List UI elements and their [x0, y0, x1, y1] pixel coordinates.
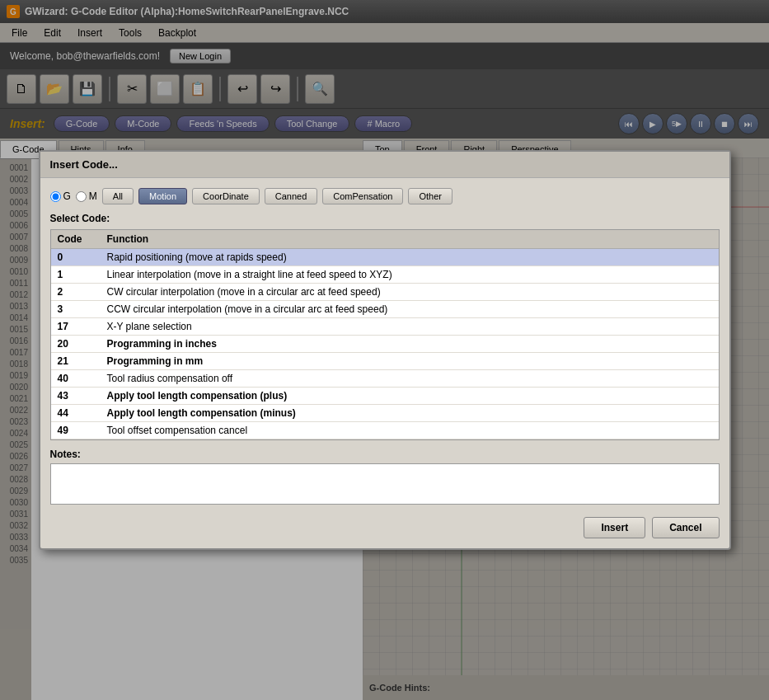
table-cell-code: 43	[51, 388, 101, 405]
col-function: Function	[101, 230, 719, 249]
code-table: Code Function 0Rapid positioning (move a…	[51, 230, 719, 439]
notes-label: Notes:	[50, 449, 720, 460]
table-cell-code: 3	[51, 301, 101, 318]
table-row[interactable]: 20Programming in inches	[51, 336, 719, 353]
table-cell-code: 49	[51, 422, 101, 439]
filter-coordinate[interactable]: CoorDinate	[192, 188, 260, 204]
table-cell-function: Tool radius compensation off	[101, 370, 719, 388]
table-header-row: Code Function	[51, 230, 719, 249]
code-table-wrapper[interactable]: Code Function 0Rapid positioning (move a…	[50, 229, 720, 440]
filter-compensation[interactable]: ComPensation	[322, 188, 403, 204]
radio-group: G M All Motion CoorDinate Canned ComPens…	[50, 188, 720, 204]
table-cell-function: Rapid positioning (move at rapids speed)	[101, 249, 719, 266]
table-row[interactable]: 49Tool offset compensation cancel	[51, 422, 719, 439]
dialog-buttons: Insert Cancel	[50, 517, 720, 538]
table-cell-function: CCW circular interpolation (move in a ci…	[101, 301, 719, 318]
table-cell-function: Programming in mm	[101, 353, 719, 370]
table-cell-code: 0	[51, 249, 101, 266]
table-row[interactable]: 40Tool radius compensation off	[51, 370, 719, 388]
table-row[interactable]: 21Programming in mm	[51, 353, 719, 370]
filter-canned[interactable]: Canned	[265, 188, 318, 204]
radio-m[interactable]	[76, 191, 87, 202]
select-code-label: Select Code:	[50, 213, 720, 224]
cancel-button[interactable]: Cancel	[652, 517, 719, 538]
radio-g-label: G	[63, 190, 71, 202]
table-row[interactable]: 3CCW circular interpolation (move in a c…	[51, 301, 719, 318]
table-cell-function: Programming in inches	[101, 336, 719, 353]
table-cell-code: 21	[51, 353, 101, 370]
insert-button[interactable]: Insert	[584, 517, 645, 538]
table-cell-function: Linear interpolation (move in a straight…	[101, 266, 719, 284]
filter-all[interactable]: All	[102, 188, 134, 204]
table-row[interactable]: 0Rapid positioning (move at rapids speed…	[51, 249, 719, 266]
col-code: Code	[51, 230, 101, 249]
table-cell-function: Apply tool length compensation (plus)	[101, 388, 719, 405]
code-table-body: 0Rapid positioning (move at rapids speed…	[51, 249, 719, 439]
radio-m-label: M	[89, 190, 97, 202]
dialog-overlay: Insert Code... G M All Motion CoorDinate…	[0, 0, 769, 700]
table-cell-function: Tool offset compensation cancel	[101, 422, 719, 439]
table-cell-code: 2	[51, 284, 101, 301]
insert-code-dialog: Insert Code... G M All Motion CoorDinate…	[39, 150, 731, 550]
table-row[interactable]: 2CW circular interpolation (move in a ci…	[51, 284, 719, 301]
table-row[interactable]: 1Linear interpolation (move in a straigh…	[51, 266, 719, 284]
table-row[interactable]: 43Apply tool length compensation (plus)	[51, 388, 719, 405]
table-row[interactable]: 17X-Y plane selection	[51, 318, 719, 336]
dialog-title: Insert Code...	[40, 152, 729, 178]
table-cell-code: 20	[51, 336, 101, 353]
radio-m-option: M	[76, 190, 97, 202]
filter-other[interactable]: Other	[408, 188, 452, 204]
table-cell-function: CW circular interpolation (move in a cir…	[101, 284, 719, 301]
table-cell-code: 17	[51, 318, 101, 336]
filter-motion[interactable]: Motion	[138, 188, 187, 204]
table-cell-function: Apply tool length compensation (minus)	[101, 405, 719, 422]
notes-textarea[interactable]	[50, 463, 720, 505]
table-cell-code: 1	[51, 266, 101, 284]
table-cell-code: 44	[51, 405, 101, 422]
table-row[interactable]: 44Apply tool length compensation (minus)	[51, 405, 719, 422]
dialog-body: G M All Motion CoorDinate Canned ComPens…	[40, 178, 729, 548]
table-cell-function: X-Y plane selection	[101, 318, 719, 336]
table-cell-code: 40	[51, 370, 101, 388]
radio-g[interactable]	[50, 191, 61, 202]
radio-g-option: G	[50, 190, 71, 202]
